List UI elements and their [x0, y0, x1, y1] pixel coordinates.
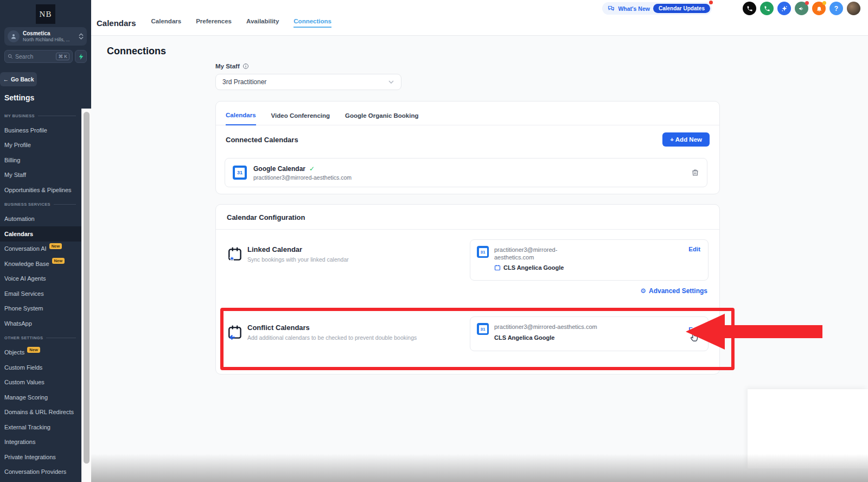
sidebar-item-business-profile[interactable]: Business Profile — [0, 123, 81, 138]
sparkle-icon — [78, 53, 84, 60]
trash-icon[interactable] — [691, 168, 699, 177]
sidebar-item-conversation-ai[interactable]: Conversation AINew — [0, 242, 81, 257]
sidebar-item-whatsapp[interactable]: WhatsApp — [0, 316, 81, 331]
connected-calendars-heading: Connected Calendars — [226, 136, 298, 144]
settings-heading: Settings — [4, 93, 34, 102]
notification-dot — [822, 1, 826, 5]
user-avatar[interactable] — [847, 2, 860, 15]
linked-calendar-edit-link[interactable]: Edit — [688, 246, 700, 252]
linked-calendar-detail-card: 31 practitioner3@mirrored-aesthetics.com… — [470, 239, 709, 281]
sidebar-item-private-integrations[interactable]: Private Integrations — [0, 449, 81, 465]
notification-dot — [805, 1, 809, 5]
sidebar-item-manage-scoring[interactable]: Manage Scoring — [0, 390, 81, 405]
account-location: North Richland Hills, ... — [23, 37, 79, 42]
tab-availability[interactable]: Availability — [246, 18, 279, 28]
whats-new-label: What's New — [618, 5, 650, 12]
info-icon — [242, 63, 249, 69]
calendar-provider-name: Google Calendar — [253, 165, 305, 173]
add-new-button[interactable]: + Add New — [662, 132, 710, 147]
tab-google-organic-booking[interactable]: Google Organic Booking — [345, 112, 418, 125]
sidebar-item-automation[interactable]: Automation — [0, 212, 81, 227]
app-root: NB Cosmetica North Richland Hills, ... S… — [0, 0, 868, 482]
announcements-button[interactable] — [795, 2, 808, 15]
phone-wave-icon — [764, 5, 770, 12]
sidebar-item-integrations[interactable]: Integrations — [0, 435, 81, 450]
linked-calendar-email: practitioner3@mirrored-aesthetics.com — [494, 246, 566, 261]
account-switcher[interactable]: Cosmetica North Richland Hills, ... — [4, 27, 87, 46]
sidebar-item-my-profile[interactable]: My Profile — [0, 138, 81, 153]
help-button[interactable]: ? — [829, 2, 843, 15]
ai-assistant-button[interactable] — [75, 50, 87, 63]
connected-account-email: practitioner3@mirrored-aesthetics.com — [253, 174, 691, 181]
staff-select-label: My Staff — [215, 63, 240, 69]
tab-calendars-inner[interactable]: Calendars — [226, 112, 256, 125]
sidebar-scrollbar-thumb[interactable] — [84, 112, 90, 464]
account-avatar-icon — [8, 30, 20, 42]
sidebar-item-calendars[interactable]: Calendars — [0, 226, 81, 242]
go-back-button[interactable]: ← Go Back — [0, 72, 37, 86]
advanced-settings-link[interactable]: ⚙ Advanced Settings — [640, 287, 707, 295]
linked-calendar-desc: Sync bookings with your linked calendar — [247, 256, 349, 263]
go-back-label: Go Back — [11, 76, 34, 83]
agency-logo: NB — [36, 4, 55, 24]
sidebar-item-voice-ai-agents[interactable]: Voice AI Agents — [0, 271, 81, 287]
new-badge: New — [49, 243, 62, 249]
connections-card: Calendars Video Conferencing Google Orga… — [215, 101, 720, 194]
search-input[interactable]: Search ⌘ K — [4, 50, 73, 63]
google-calendar-icon: 31 — [233, 166, 247, 180]
notification-dot — [709, 1, 713, 4]
linked-calendar-icon — [227, 246, 244, 263]
connection-type-tabs: Calendars Video Conferencing Google Orga… — [216, 102, 719, 125]
staff-select[interactable]: 3rd Practitioner — [215, 74, 401, 90]
calendar-small-icon — [494, 264, 501, 271]
sidebar-item-domains-url-redirects[interactable]: Domains & URL Redirects — [0, 405, 81, 420]
sparkle-star-icon — [781, 5, 788, 12]
agency-logo-text: NB — [40, 10, 52, 19]
sidebar-scrollbar — [81, 109, 91, 482]
phone-icon — [746, 5, 753, 12]
section-other-settings: OTHER SETTINGS — [0, 331, 81, 345]
page-title: Connections — [107, 46, 166, 57]
sidebar-item-knowledge-base[interactable]: Knowledge BaseNew — [0, 256, 81, 271]
calendar-configuration-card: Calendar Configuration Linked Calendar S… — [215, 204, 720, 375]
connected-calendar-row: 31 Google Calendar ✓ practitioner3@mirro… — [225, 158, 707, 187]
sidebar-item-billing[interactable]: Billing — [0, 153, 81, 168]
call-status-button[interactable] — [760, 2, 774, 15]
tab-calendars[interactable]: Calendars — [151, 18, 182, 28]
sidebar-item-objects[interactable]: ObjectsNew — [0, 345, 81, 360]
sidebar-item-custom-fields[interactable]: Custom Fields — [0, 360, 81, 375]
account-name: Cosmetica — [23, 30, 79, 37]
sidebar-item-phone-system[interactable]: Phone System — [0, 301, 81, 316]
calendar-nav-tabs: Calendars Preferences Availability Conne… — [151, 18, 331, 28]
tab-preferences[interactable]: Preferences — [196, 18, 232, 28]
quick-actions-button[interactable] — [777, 2, 791, 15]
conflict-calendar-name: CLS Angelica Google — [494, 334, 554, 341]
sidebar-item-opportunities-pipelines[interactable]: Opportunities & Pipelines — [0, 182, 81, 198]
connected-check-icon: ✓ — [309, 165, 315, 173]
tab-video-conferencing[interactable]: Video Conferencing — [271, 112, 330, 125]
conflict-calendar-detail-card: 31 practitioner3@mirrored-aesthetics.com… — [470, 316, 709, 351]
whats-new-button[interactable]: What's New Calendar Updates — [602, 2, 712, 15]
megaphone-icon — [798, 5, 805, 12]
advanced-settings-label: Advanced Settings — [649, 287, 707, 295]
sidebar-item-email-services[interactable]: Email Services — [0, 286, 81, 301]
sidebar-item-custom-values[interactable]: Custom Values — [0, 375, 81, 390]
sidebar-item-my-staff[interactable]: My Staff — [0, 168, 81, 183]
staff-select-value: 3rd Practitioner — [222, 78, 266, 86]
conflict-calendars-icon — [227, 324, 244, 341]
calendar-updates-badge[interactable]: Calendar Updates — [653, 4, 710, 13]
main-content: Connections My Staff 3rd Practitioner Ca… — [91, 36, 868, 482]
question-icon: ? — [834, 5, 838, 12]
sidebar-item-conversation-providers[interactable]: Conversation Providers — [0, 465, 81, 480]
tab-connections[interactable]: Connections — [293, 18, 331, 28]
section-business-services: BUSINESS SERVICES — [0, 198, 81, 212]
module-title: Calendars — [97, 18, 136, 28]
bell-icon — [816, 5, 822, 12]
search-icon — [8, 54, 13, 59]
search-placeholder: Search — [15, 53, 56, 60]
sidebar-item-external-tracking[interactable]: External Tracking — [0, 420, 81, 435]
notifications-button[interactable] — [812, 2, 826, 15]
new-badge: New — [52, 258, 65, 264]
new-badge: New — [27, 347, 40, 353]
dialer-button[interactable] — [743, 2, 756, 15]
